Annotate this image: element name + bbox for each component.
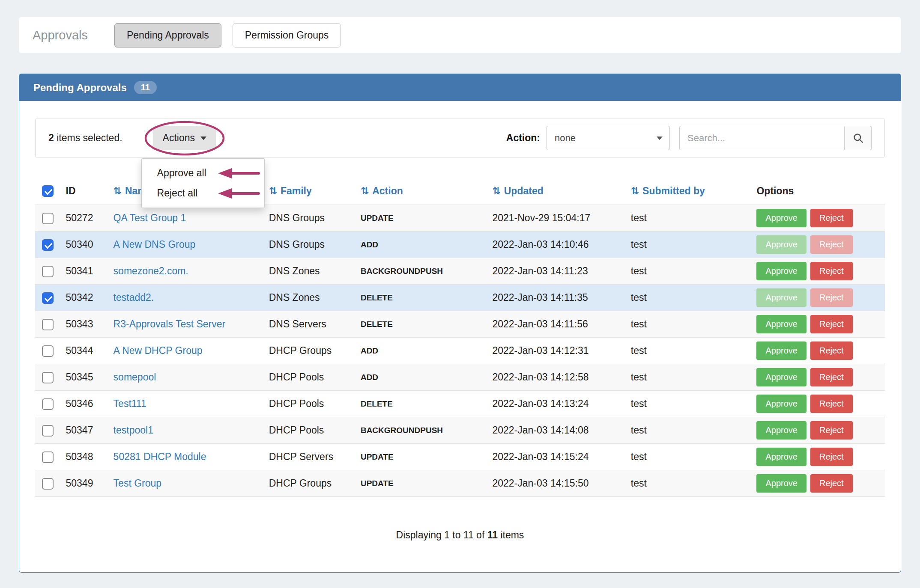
name-link[interactable]: A New DHCP Group bbox=[114, 345, 203, 356]
table-row: 50346Test111DHCP PoolsDELETE2022-Jan-03 … bbox=[35, 391, 885, 417]
column-header-family[interactable]: ⇅Family bbox=[265, 177, 356, 205]
row-options-cell: ApproveReject bbox=[752, 285, 885, 311]
row-family: DNS Zones bbox=[265, 258, 356, 285]
column-label: Family bbox=[281, 185, 312, 196]
menu-item-label: Approve all bbox=[157, 167, 206, 179]
panel-header: Pending Approvals 11 bbox=[19, 74, 901, 101]
row-submitted-by: test bbox=[627, 364, 753, 391]
row-checkbox[interactable] bbox=[42, 451, 54, 463]
row-checkbox-cell bbox=[35, 417, 62, 444]
reject-button[interactable]: Reject bbox=[810, 342, 853, 360]
reject-button[interactable]: Reject bbox=[810, 395, 853, 413]
column-header-options: Options bbox=[752, 177, 885, 205]
table-row: 50342testadd2.DNS ZonesDELETE2022-Jan-03… bbox=[35, 285, 885, 311]
approve-button[interactable]: Approve bbox=[756, 448, 806, 466]
name-link[interactable]: 50281 DHCP Module bbox=[114, 451, 206, 462]
tab-pending-approvals[interactable]: Pending Approvals bbox=[114, 23, 221, 48]
row-action: DELETE bbox=[356, 391, 488, 417]
column-header-submitted_by[interactable]: ⇅Submitted by bbox=[627, 177, 753, 205]
reject-button[interactable]: Reject bbox=[810, 209, 853, 227]
actions-dropdown-button[interactable]: Actions bbox=[153, 126, 216, 150]
results-summary-suffix: items bbox=[498, 529, 524, 540]
row-name-cell: somepool bbox=[109, 364, 265, 391]
sort-icon: ⇅ bbox=[631, 185, 639, 196]
results-summary-count: 11 bbox=[487, 529, 498, 540]
approve-button[interactable]: Approve bbox=[756, 262, 806, 280]
row-checkbox[interactable] bbox=[42, 213, 54, 224]
column-header-action[interactable]: ⇅Action bbox=[356, 177, 488, 205]
table-row: 50341somezone2.com.DNS ZonesBACKGROUNDPU… bbox=[35, 258, 885, 285]
row-family: DNS Groups bbox=[265, 205, 356, 232]
name-link[interactable]: somepool bbox=[114, 371, 156, 383]
approve-button[interactable]: Approve bbox=[756, 209, 806, 227]
search-button[interactable] bbox=[845, 126, 872, 150]
row-id: 50348 bbox=[62, 444, 109, 470]
row-family: DNS Servers bbox=[265, 311, 356, 338]
name-link[interactable]: testpool1 bbox=[114, 425, 153, 436]
select-all-checkbox[interactable] bbox=[42, 185, 54, 197]
column-label: Updated bbox=[504, 185, 544, 196]
row-id: 50344 bbox=[62, 338, 109, 364]
approve-button[interactable]: Approve bbox=[756, 315, 806, 333]
name-link[interactable]: testadd2. bbox=[114, 292, 154, 303]
row-options-cell: ApproveReject bbox=[752, 444, 885, 470]
reject-button[interactable]: Reject bbox=[810, 368, 853, 386]
table-row: 50344A New DHCP GroupDHCP GroupsADD2022-… bbox=[35, 338, 885, 364]
row-action: BACKGROUNDPUSH bbox=[356, 417, 488, 444]
name-link[interactable]: A New DNS Group bbox=[114, 239, 196, 250]
row-id: 50343 bbox=[62, 311, 109, 338]
approve-button[interactable]: Approve bbox=[756, 235, 806, 254]
approve-button[interactable]: Approve bbox=[756, 474, 806, 493]
reject-button[interactable]: Reject bbox=[810, 474, 853, 493]
row-checkbox[interactable] bbox=[42, 266, 54, 277]
row-submitted-by: test bbox=[627, 205, 753, 232]
row-name-cell: A New DNS Group bbox=[109, 232, 265, 258]
row-checkbox[interactable] bbox=[42, 425, 54, 437]
table-row: 50347testpool1DHCP PoolsBACKGROUNDPUSH20… bbox=[35, 417, 885, 444]
row-checkbox[interactable] bbox=[42, 478, 54, 490]
row-name-cell: Test111 bbox=[109, 391, 265, 417]
row-checkbox[interactable] bbox=[42, 292, 54, 304]
row-checkbox-cell bbox=[35, 258, 62, 285]
approve-button[interactable]: Approve bbox=[756, 395, 806, 413]
column-header-updated[interactable]: ⇅Updated bbox=[488, 177, 626, 205]
approve-button[interactable]: Approve bbox=[756, 368, 806, 386]
menu-item-reject-all[interactable]: Reject all bbox=[142, 183, 264, 203]
name-link[interactable]: Test111 bbox=[114, 398, 146, 409]
row-name-cell: testadd2. bbox=[109, 285, 265, 311]
approve-button[interactable]: Approve bbox=[756, 421, 806, 440]
reject-button[interactable]: Reject bbox=[810, 288, 853, 307]
row-updated: 2022-Jan-03 14:12:31 bbox=[488, 338, 626, 364]
row-options-cell: ApproveReject bbox=[752, 417, 885, 444]
row-updated: 2022-Jan-03 14:14:08 bbox=[488, 417, 626, 444]
name-link[interactable]: somezone2.com. bbox=[114, 265, 188, 276]
name-link[interactable]: R3-Approvals Test Server bbox=[114, 318, 226, 330]
row-action: ADD bbox=[356, 338, 488, 364]
sort-icon: ⇅ bbox=[492, 185, 500, 196]
page: Approvals Pending Approvals Permission G… bbox=[0, 0, 920, 573]
tab-permission-groups[interactable]: Permission Groups bbox=[233, 23, 341, 48]
selection-summary: 2 items selected. bbox=[48, 132, 122, 144]
search-input[interactable] bbox=[679, 126, 845, 150]
row-checkbox[interactable] bbox=[42, 345, 54, 357]
column-header-id: ID bbox=[62, 177, 109, 205]
reject-button[interactable]: Reject bbox=[810, 421, 853, 440]
approve-button[interactable]: Approve bbox=[756, 288, 806, 307]
name-link[interactable]: Test Group bbox=[114, 478, 162, 489]
row-updated: 2022-Jan-03 14:11:23 bbox=[488, 258, 626, 285]
row-checkbox[interactable] bbox=[42, 319, 54, 330]
name-link[interactable]: QA Test Group 1 bbox=[114, 212, 186, 223]
reject-button[interactable]: Reject bbox=[810, 262, 853, 280]
reject-button[interactable]: Reject bbox=[810, 235, 853, 254]
approve-button[interactable]: Approve bbox=[756, 342, 806, 360]
reject-button[interactable]: Reject bbox=[810, 448, 853, 466]
sort-icon: ⇅ bbox=[361, 185, 369, 196]
row-submitted-by: test bbox=[627, 338, 753, 364]
row-checkbox[interactable] bbox=[42, 372, 54, 383]
row-checkbox[interactable] bbox=[42, 398, 54, 410]
menu-item-approve-all[interactable]: Approve all bbox=[142, 163, 264, 183]
action-filter-value: none bbox=[555, 133, 576, 144]
row-checkbox[interactable] bbox=[42, 239, 54, 251]
action-filter-select[interactable]: none bbox=[547, 126, 670, 150]
reject-button[interactable]: Reject bbox=[810, 315, 853, 333]
